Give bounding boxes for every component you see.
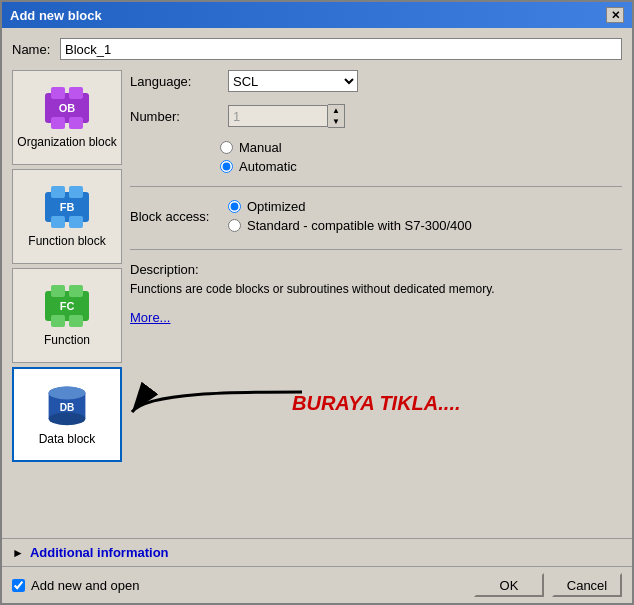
svg-text:DB: DB xyxy=(60,402,75,413)
svg-rect-14 xyxy=(69,285,83,297)
number-input[interactable] xyxy=(228,105,328,127)
ob-icon: OB xyxy=(43,85,91,131)
block-label-ob: Organization block xyxy=(17,135,116,149)
svg-rect-13 xyxy=(51,285,65,297)
svg-text:FC: FC xyxy=(60,300,75,312)
add-and-open-label: Add new and open xyxy=(31,578,139,593)
additional-info-label: Additional information xyxy=(30,545,169,560)
name-input[interactable] xyxy=(60,38,622,60)
title-bar: Add new block ✕ xyxy=(2,2,632,28)
separator-1 xyxy=(130,186,622,187)
spin-buttons: ▲ ▼ xyxy=(328,104,345,128)
svg-rect-2 xyxy=(69,87,83,99)
name-row: Name: xyxy=(12,38,622,60)
svg-rect-16 xyxy=(69,315,83,327)
svg-rect-3 xyxy=(51,117,65,129)
svg-rect-8 xyxy=(69,186,83,198)
add-new-block-dialog: Add new block ✕ Name: OB xyxy=(0,0,634,605)
fc-icon: FC xyxy=(43,283,91,329)
expand-arrow-icon: ► xyxy=(12,546,24,560)
svg-point-20 xyxy=(49,413,86,426)
standard-radio-row: Standard - compatible with S7-300/400 xyxy=(228,218,472,233)
additional-info-section[interactable]: ► Additional information xyxy=(2,538,632,566)
description-section: Description: Functions are code blocks o… xyxy=(130,262,622,298)
close-button[interactable]: ✕ xyxy=(606,7,624,23)
description-label: Description: xyxy=(130,262,622,277)
more-link[interactable]: More... xyxy=(130,310,622,325)
automatic-label: Automatic xyxy=(239,159,297,174)
block-access-options: Optimized Standard - compatible with S7-… xyxy=(228,199,472,233)
number-input-wrap: ▲ ▼ xyxy=(228,104,345,128)
automatic-radio-row: Automatic xyxy=(220,159,622,174)
bottom-bar: Add new and open OK Cancel xyxy=(2,566,632,603)
number-label: Number: xyxy=(130,109,220,124)
svg-rect-7 xyxy=(51,186,65,198)
block-item-fc[interactable]: FC Function xyxy=(12,268,122,363)
standard-radio[interactable] xyxy=(228,219,241,232)
block-access-row: Block access: Optimized Standard - compa… xyxy=(130,199,622,233)
numbering-radio-group: Manual Automatic xyxy=(220,140,622,174)
manual-label: Manual xyxy=(239,140,282,155)
spin-up-button[interactable]: ▲ xyxy=(328,105,344,116)
svg-rect-4 xyxy=(69,117,83,129)
language-label: Language: xyxy=(130,74,220,89)
optimized-radio-row: Optimized xyxy=(228,199,472,214)
language-select[interactable]: SCL LAD FBD STL xyxy=(228,70,358,92)
manual-radio-row: Manual xyxy=(220,140,622,155)
right-panel: Language: SCL LAD FBD STL Number: ▲ xyxy=(130,70,622,528)
standard-label: Standard - compatible with S7-300/400 xyxy=(247,218,472,233)
svg-rect-10 xyxy=(69,216,83,228)
cancel-button[interactable]: Cancel xyxy=(552,573,622,597)
block-label-db: Data block xyxy=(39,432,96,446)
svg-text:FB: FB xyxy=(60,201,75,213)
svg-rect-15 xyxy=(51,315,65,327)
block-access-label: Block access: xyxy=(130,209,220,224)
block-item-db[interactable]: DB Data block xyxy=(12,367,122,462)
language-row: Language: SCL LAD FBD STL xyxy=(130,70,622,92)
block-item-fb[interactable]: FB Function block xyxy=(12,169,122,264)
svg-rect-1 xyxy=(51,87,65,99)
dialog-content: Name: OB Organization block xyxy=(2,28,632,538)
block-label-fb: Function block xyxy=(28,234,105,248)
spin-down-button[interactable]: ▼ xyxy=(328,116,344,127)
svg-text:OB: OB xyxy=(59,102,76,114)
add-and-open-row: Add new and open xyxy=(12,578,139,593)
add-and-open-checkbox[interactable] xyxy=(12,579,25,592)
svg-rect-9 xyxy=(51,216,65,228)
manual-radio[interactable] xyxy=(220,141,233,154)
dialog-title: Add new block xyxy=(10,8,102,23)
description-text: Functions are code blocks or subroutines… xyxy=(130,281,622,298)
ok-button[interactable]: OK xyxy=(474,573,544,597)
name-label: Name: xyxy=(12,42,52,57)
left-panel: OB Organization block FB Function block xyxy=(12,70,122,528)
svg-point-21 xyxy=(49,387,86,400)
optimized-label: Optimized xyxy=(247,199,306,214)
automatic-radio[interactable] xyxy=(220,160,233,173)
button-group: OK Cancel xyxy=(474,573,622,597)
separator-2 xyxy=(130,249,622,250)
block-label-fc: Function xyxy=(44,333,90,347)
fb-icon: FB xyxy=(43,184,91,230)
main-area: OB Organization block FB Function block xyxy=(12,70,622,528)
annotation-text: BURAYA TIKLA.... xyxy=(292,392,461,415)
optimized-radio[interactable] xyxy=(228,200,241,213)
number-row: Number: ▲ ▼ xyxy=(130,104,622,128)
db-icon: DB xyxy=(43,382,91,428)
block-item-ob[interactable]: OB Organization block xyxy=(12,70,122,165)
